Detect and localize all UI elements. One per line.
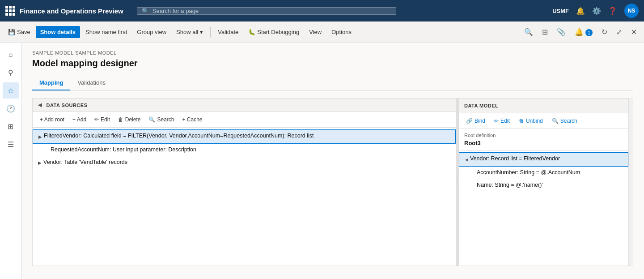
expand-filtered-vendor-icon[interactable]: ▶ bbox=[37, 132, 44, 141]
expand-vendor-icon[interactable]: ▶ bbox=[36, 159, 43, 167]
top-nav-right: USMF 🔔 ⚙️ ❓ NS bbox=[552, 4, 639, 18]
delete-icon: 🗑 bbox=[118, 116, 123, 123]
toolbar-separator-1 bbox=[210, 27, 211, 38]
tab-validations[interactable]: Validations bbox=[70, 76, 113, 90]
company-selector[interactable]: USMF bbox=[552, 8, 569, 14]
dm-item-name[interactable]: Name: String = @.'name()' bbox=[459, 179, 628, 192]
global-search[interactable]: 🔍 Search for a page bbox=[137, 7, 396, 15]
bookmark-icon[interactable]: 📎 bbox=[553, 26, 569, 38]
close-icon[interactable]: ✕ bbox=[627, 26, 640, 38]
edit-button[interactable]: ✏ Edit bbox=[91, 115, 114, 124]
data-sources-tree: ▶ FilteredVendor: Calculated field = FIL… bbox=[33, 128, 456, 172]
sidebar-item-filter[interactable]: ⚲ bbox=[3, 64, 19, 81]
layout-icon[interactable]: ⊞ bbox=[538, 26, 551, 38]
panel-layout: ◀ DATA SOURCES + Add root + Add ✏ Edit bbox=[32, 98, 633, 266]
toolbar-right-actions: 🔍 ⊞ 📎 🔔 1 ↻ ⤢ ✕ bbox=[521, 26, 640, 39]
tab-mapping[interactable]: Mapping bbox=[32, 76, 70, 90]
show-all-dropdown-icon: ▾ bbox=[200, 29, 203, 35]
search-ds-icon: 🔍 bbox=[148, 116, 155, 123]
notification-badge: 1 bbox=[585, 29, 593, 36]
show-all-button[interactable]: Show all ▾ bbox=[172, 26, 208, 38]
sidebar-item-favorites[interactable]: ☆ bbox=[3, 82, 19, 99]
sidebar-item-home[interactable]: ⌂ bbox=[3, 47, 19, 63]
dm-item-vendor-record[interactable]: ◄ Vendor: Record list = FilteredVendor bbox=[459, 152, 628, 167]
data-model-header: DATA MODEL bbox=[459, 99, 628, 113]
data-sources-panel: ◀ DATA SOURCES + Add root + Add ✏ Edit bbox=[32, 98, 456, 266]
data-sources-header: ◀ DATA SOURCES bbox=[33, 99, 456, 112]
dm-search-button[interactable]: 🔍 Search bbox=[548, 116, 581, 126]
data-model-toolbar: 🔗 Bind ✏ Edit 🗑 Unbind 🔍 Search bbox=[459, 113, 628, 129]
help-icon[interactable]: ❓ bbox=[608, 7, 617, 15]
tab-bar: Mapping Validations bbox=[32, 76, 633, 91]
search-icon: 🔍 bbox=[142, 8, 149, 14]
app-grid-icon[interactable] bbox=[5, 6, 15, 16]
right-scrollbar[interactable] bbox=[629, 98, 633, 266]
tree-item-requested-account[interactable]: RequestedAccountNum: User input paramete… bbox=[33, 144, 456, 156]
edit-pencil-icon: ✏ bbox=[94, 116, 99, 123]
search-placeholder: Search for a page bbox=[153, 8, 199, 14]
delete-button[interactable]: 🗑 Delete bbox=[114, 115, 144, 124]
data-sources-toolbar: + Add root + Add ✏ Edit 🗑 Delete 🔍 bbox=[33, 112, 456, 128]
dm-search-icon: 🔍 bbox=[552, 118, 559, 124]
show-details-button[interactable]: Show details bbox=[36, 26, 80, 38]
search-button[interactable]: 🔍 Search bbox=[145, 115, 178, 124]
data-model-tree: ◄ Vendor: Record list = FilteredVendor A… bbox=[459, 150, 628, 193]
bind-icon: 🔗 bbox=[466, 118, 473, 124]
dm-item-account-number[interactable]: AccountNumber: String = @.AccountNum bbox=[459, 167, 628, 179]
main-toolbar: 💾 Save Show details Show name first Grou… bbox=[0, 21, 644, 43]
top-nav: Finance and Operations Preview 🔍 Search … bbox=[0, 0, 644, 21]
sidebar-item-grid[interactable]: ⊞ bbox=[3, 118, 19, 134]
bind-button[interactable]: 🔗 Bind bbox=[462, 116, 489, 126]
settings-gear-icon[interactable]: ⚙️ bbox=[592, 7, 601, 15]
options-button[interactable]: Options bbox=[327, 26, 356, 38]
view-button[interactable]: View bbox=[305, 26, 326, 38]
main-layout: ⌂ ⚲ ☆ 🕐 ⊞ ☰ SAMPLE MODEL SAMPLE MODEL Mo… bbox=[0, 43, 644, 279]
save-icon: 💾 bbox=[8, 29, 15, 35]
sidebar-item-list[interactable]: ☰ bbox=[3, 136, 19, 152]
tree-item-filtered-vendor[interactable]: ▶ FilteredVendor: Calculated field = FIL… bbox=[33, 129, 456, 144]
cache-button[interactable]: + Cache bbox=[178, 115, 206, 124]
collapse-vendor-icon[interactable]: ◄ bbox=[463, 155, 470, 164]
dm-edit-icon: ✏ bbox=[494, 118, 499, 124]
page-content: SAMPLE MODEL SAMPLE MODEL Model mapping … bbox=[21, 43, 644, 279]
panel-collapse-icon[interactable]: ◀ bbox=[38, 102, 42, 108]
page-title: Model mapping designer bbox=[32, 58, 633, 69]
add-button[interactable]: + Add bbox=[69, 115, 90, 124]
user-avatar[interactable]: NS bbox=[624, 4, 639, 18]
group-view-button[interactable]: Group view bbox=[132, 26, 171, 38]
add-root-button[interactable]: + Add root bbox=[36, 115, 68, 124]
data-model-panel: DATA MODEL 🔗 Bind ✏ Edit 🗑 Unbind bbox=[459, 98, 629, 266]
tree-item-vendor[interactable]: ▶ Vendor: Table 'VendTable' records bbox=[33, 156, 456, 170]
show-name-first-button[interactable]: Show name first bbox=[81, 26, 131, 38]
start-debugging-button[interactable]: 🐛 Start Debugging bbox=[244, 26, 304, 38]
dm-edit-button[interactable]: ✏ Edit bbox=[491, 116, 513, 126]
search-toolbar-icon[interactable]: 🔍 bbox=[521, 26, 537, 38]
unbind-icon: 🗑 bbox=[519, 118, 524, 124]
breadcrumb: SAMPLE MODEL SAMPLE MODEL bbox=[32, 50, 633, 56]
notification-bell-icon[interactable]: 🔔 bbox=[576, 7, 585, 15]
validate-button[interactable]: Validate bbox=[213, 26, 243, 38]
root-definition-section: Root definition Root3 bbox=[459, 129, 628, 150]
popout-icon[interactable]: ⤢ bbox=[613, 26, 626, 38]
refresh-icon[interactable]: ↻ bbox=[598, 26, 611, 38]
notifications-icon[interactable]: 🔔 1 bbox=[571, 26, 596, 39]
app-title: Finance and Operations Preview bbox=[20, 7, 123, 15]
unbind-button[interactable]: 🗑 Unbind bbox=[515, 116, 547, 126]
debug-icon: 🐛 bbox=[248, 29, 255, 35]
sidebar: ⌂ ⚲ ☆ 🕐 ⊞ ☰ bbox=[0, 43, 21, 279]
sidebar-item-recent[interactable]: 🕐 bbox=[3, 100, 19, 116]
save-button[interactable]: 💾 Save bbox=[4, 26, 35, 38]
